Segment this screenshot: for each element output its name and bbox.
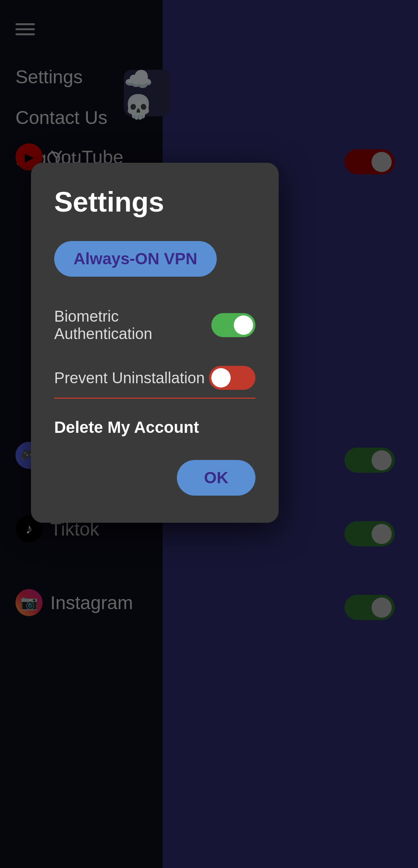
settings-dialog: Settings Always-ON VPN Biometric Authent… — [31, 163, 279, 523]
always-on-vpn-button[interactable]: Always-ON VPN — [54, 241, 217, 277]
prevent-uninstall-toggle-knob — [211, 368, 231, 388]
prevent-uninstall-label: Prevent Uninstallation — [54, 369, 205, 387]
biometric-toggle-knob — [234, 315, 253, 335]
biometric-row: Biometric Authentication — [54, 304, 255, 346]
prevent-uninstall-toggle[interactable] — [209, 366, 255, 390]
dialog-title: Settings — [54, 186, 255, 218]
delete-account-button[interactable]: Delete My Account — [54, 418, 255, 437]
ok-button[interactable]: OK — [177, 460, 255, 496]
prevent-uninstall-row: Prevent Uninstallation — [54, 362, 255, 399]
biometric-label: Biometric Authentication — [54, 308, 211, 343]
biometric-toggle[interactable] — [211, 313, 255, 337]
